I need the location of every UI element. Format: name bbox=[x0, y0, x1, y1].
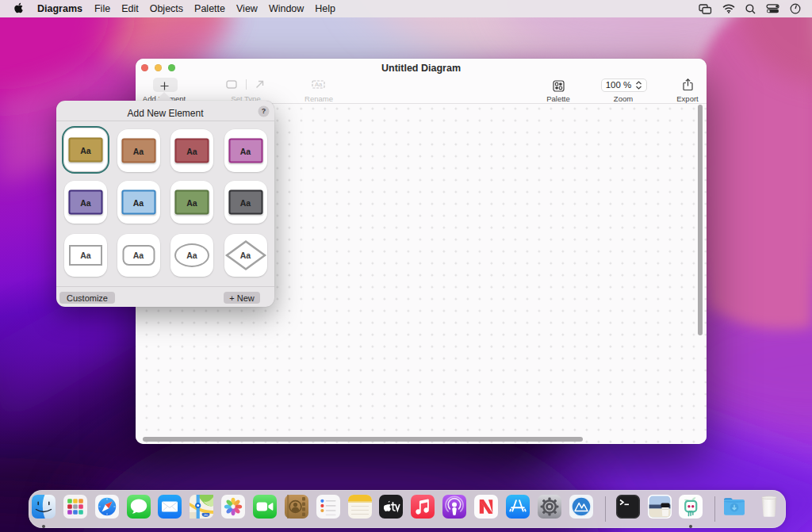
svg-text:280: 280 bbox=[204, 514, 209, 517]
